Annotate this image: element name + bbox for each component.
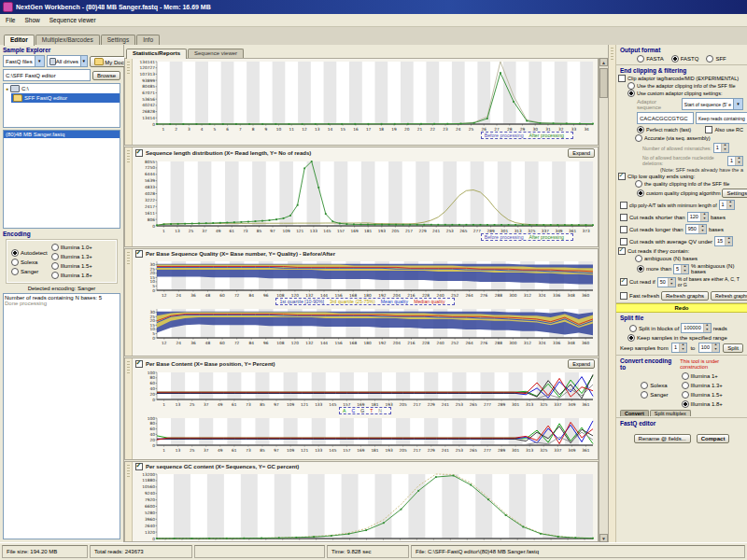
radio-convert-illumina-18[interactable]: Illumina 1.8+ bbox=[682, 400, 723, 408]
scroll-up-icon[interactable]: ▲ bbox=[599, 58, 608, 66]
panel-scroll-strip[interactable] bbox=[125, 462, 133, 541]
radio-accurate-match[interactable]: Accurate (via seq. assembly) bbox=[635, 134, 745, 142]
cut-read-spinner[interactable]: 50▲▼ bbox=[657, 277, 676, 287]
shorter-spinner[interactable]: 120▲▼ bbox=[687, 212, 709, 222]
scroll-down-icon[interactable]: ▼ bbox=[599, 534, 608, 542]
tab-multiplex-barcodes[interactable]: Multiplex/Barcodes bbox=[35, 35, 100, 45]
radio-illumina-10[interactable]: Illumina 1.0+ bbox=[51, 244, 92, 251]
compact-button[interactable]: Compact bbox=[697, 434, 730, 443]
browse-button[interactable]: Browse bbox=[92, 71, 120, 80]
checkbox-also-use-rc[interactable]: Also use RC bbox=[705, 126, 743, 133]
adaptor-sequence-input[interactable] bbox=[637, 112, 694, 124]
right-panel-scroll-strip[interactable] bbox=[609, 45, 616, 542]
tab-split-multiplex[interactable]: Split multiplex bbox=[650, 410, 691, 416]
file-list[interactable]: (80)48 MB Sanger.fastq bbox=[3, 130, 120, 229]
checkbox-fast-refresh[interactable]: Fast refresh bbox=[620, 292, 659, 300]
chart-checkbox[interactable] bbox=[135, 149, 143, 157]
svg-text:288: 288 bbox=[495, 341, 502, 345]
polyat-spinner[interactable]: 1▲▼ bbox=[719, 200, 735, 210]
avg-qv-spinner[interactable]: 15▲▼ bbox=[714, 236, 733, 246]
menu-sequence-viewer[interactable]: Sequence viewer bbox=[49, 17, 96, 23]
position-dropdown[interactable]: Start of sequence (5' e▾ bbox=[682, 98, 743, 110]
deletions-spinner[interactable]: 1▲▼ bbox=[727, 156, 743, 166]
settings-button[interactable]: Settings... bbox=[722, 189, 747, 198]
tab-statistics-reports[interactable]: Statistics/Reports bbox=[126, 49, 187, 59]
radio-convert-solexa[interactable]: Solexa bbox=[641, 382, 668, 389]
file-filter-dropdown[interactable]: FastQ files ▾ bbox=[3, 55, 45, 67]
legend-item: 1st quartile [10-90%] bbox=[279, 299, 324, 304]
mismatches-spinner[interactable]: 1▲▼ bbox=[713, 143, 729, 153]
checkbox-cut-longer[interactable]: Cut reads longer than bbox=[620, 226, 684, 233]
svg-text:336: 336 bbox=[553, 341, 560, 345]
chart-checkbox[interactable] bbox=[135, 463, 143, 470]
expand-button[interactable]: Expand bbox=[568, 148, 595, 158]
menu-file[interactable]: File bbox=[6, 17, 15, 23]
radio-more-than[interactable]: more than bbox=[637, 265, 671, 273]
checkbox-cut-read-if[interactable]: Cut read if bbox=[620, 278, 655, 286]
radio-split-blocks[interactable]: Split in blocks of bbox=[629, 325, 679, 332]
panel-scroll-strip[interactable] bbox=[125, 147, 133, 246]
checkbox-clip-adaptor[interactable]: Clip adaptor tag/barcode/MID (EXPERIMENT… bbox=[618, 75, 745, 82]
refresh-graphs-save-button[interactable]: Refresh graphs & save... bbox=[711, 291, 747, 301]
radio-fasta[interactable]: FASTA bbox=[637, 55, 664, 63]
svg-text:6444: 6444 bbox=[145, 172, 155, 176]
svg-text:180: 180 bbox=[364, 341, 372, 345]
radio-sff[interactable]: SFF bbox=[706, 55, 726, 63]
folder-tree[interactable]: ● C:\ SFF FastQ editor bbox=[3, 83, 120, 128]
radio-use-custom-clipping[interactable]: Use custom adaptor clipping settings: bbox=[627, 90, 745, 97]
radio-use-sff-clipping[interactable]: Use the adaptor clipping info of the SFF… bbox=[627, 82, 745, 90]
radio-convert-illumina-1[interactable]: Illumina 1+ bbox=[682, 372, 723, 380]
checkbox-clip-low-quality[interactable]: Clip low quality ends using: bbox=[618, 173, 745, 180]
from-spinner[interactable]: 1▲▼ bbox=[671, 343, 687, 353]
radio-sanger[interactable]: Sanger bbox=[11, 268, 48, 275]
longer-spinner[interactable]: 950▲▼ bbox=[685, 224, 707, 234]
checkbox-cut-avg-qv[interactable]: Cut reads with average QV under bbox=[620, 238, 712, 245]
radio-keep-range[interactable]: Keep samples in the specified range bbox=[627, 334, 745, 342]
checkbox-cut-if-contain[interactable]: Cut reads if they contain: bbox=[618, 247, 745, 255]
radio-quality-clip-sff[interactable]: the quality clipping info of the SFF fil… bbox=[635, 180, 745, 188]
panel-scroll-strip[interactable] bbox=[125, 358, 133, 459]
split-button[interactable]: Split bbox=[723, 343, 743, 353]
radio-ambiguous[interactable]: ambiguous (N) bases bbox=[635, 255, 745, 262]
tree-item-drive[interactable]: ● C:\ bbox=[4, 84, 120, 93]
tree-item-folder[interactable]: SFF FastQ editor bbox=[11, 93, 120, 103]
radio-illumina-15[interactable]: Illumina 1.5+ bbox=[51, 262, 92, 270]
main-tab-bar: Editor Multiplex/Barcodes Settings Info bbox=[0, 27, 747, 45]
tab-editor[interactable]: Editor bbox=[4, 35, 35, 46]
radio-illumina-13[interactable]: Illumina 1.3+ bbox=[51, 253, 92, 260]
checkbox-cut-shorter[interactable]: Cut reads shorter than bbox=[620, 214, 685, 221]
more-than-spinner[interactable]: 5▲▼ bbox=[673, 264, 689, 274]
radio-illumina-18[interactable]: Illumina 1.8+ bbox=[51, 272, 92, 279]
checkbox-clip-polyat[interactable]: clip poly-A/T tails with minimum length … bbox=[620, 202, 717, 209]
tab-convert[interactable]: Convert bbox=[620, 410, 649, 416]
radio-perfect-match[interactable]: Perfect match (fast) bbox=[637, 126, 691, 133]
chart-checkbox[interactable] bbox=[135, 250, 143, 258]
radio-quality-clip-custom[interactable]: custom quality clipping algorithm bbox=[637, 189, 720, 197]
radio-convert-sanger[interactable]: Sanger bbox=[641, 391, 668, 399]
scrollbar-thumb[interactable] bbox=[599, 68, 608, 98]
center-scrollbar[interactable]: ▲ ▼ bbox=[599, 58, 608, 542]
path-input[interactable] bbox=[3, 69, 91, 81]
file-list-item[interactable]: (80)48 MB Sanger.fastq bbox=[4, 131, 120, 138]
panel-scroll-strip[interactable] bbox=[125, 249, 133, 356]
to-spinner[interactable]: 100▲▼ bbox=[698, 343, 720, 353]
svg-text:100: 100 bbox=[148, 416, 155, 421]
keep-reads-dropdown[interactable]: Keep reads containing▾ bbox=[696, 112, 747, 124]
tab-info[interactable]: Info bbox=[136, 35, 160, 45]
radio-fastq[interactable]: FASTQ bbox=[671, 55, 699, 63]
radio-solexa[interactable]: Solexa bbox=[11, 259, 48, 266]
refresh-graphs-button[interactable]: Refresh graphs bbox=[661, 291, 709, 301]
rename-fields-button[interactable]: Rename @ fields... bbox=[634, 434, 691, 443]
radio-convert-illumina-15[interactable]: Illumina 1.5+ bbox=[682, 391, 723, 399]
blocks-spinner[interactable]: 100000▲▼ bbox=[681, 323, 711, 333]
radio-autodetect[interactable]: Autodetect bbox=[11, 249, 48, 257]
radio-convert-illumina-13[interactable]: Illumina 1.3+ bbox=[682, 382, 723, 389]
expand-button[interactable]: Expand bbox=[568, 359, 595, 369]
drives-dropdown[interactable]: All drives ▾ bbox=[47, 55, 88, 67]
panel-scroll-strip[interactable] bbox=[125, 59, 133, 145]
chart-checkbox[interactable] bbox=[135, 360, 143, 368]
redo-bar[interactable]: Redo bbox=[616, 303, 747, 313]
tab-sequence-viewer[interactable]: Sequence viewer bbox=[188, 49, 244, 58]
tab-settings[interactable]: Settings bbox=[101, 35, 136, 45]
menu-show[interactable]: Show bbox=[24, 17, 39, 23]
